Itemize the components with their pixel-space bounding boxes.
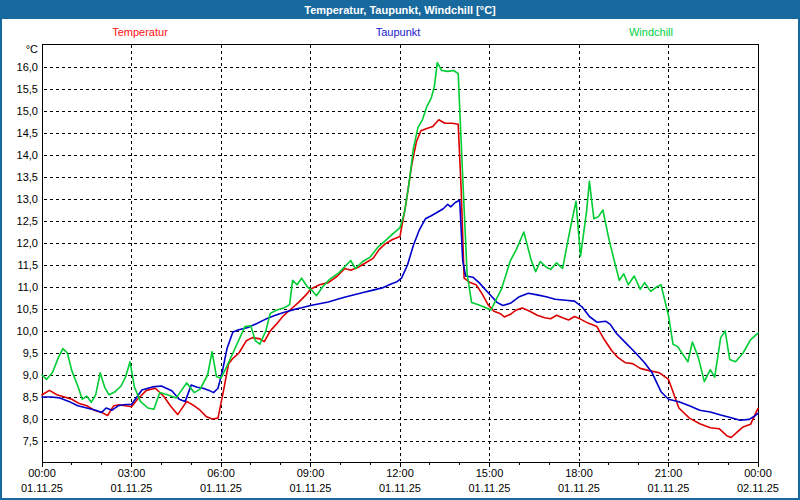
x-tick-time-label: 21:00 bbox=[655, 467, 683, 479]
y-tick-label: 13,0 bbox=[17, 193, 38, 205]
x-tick-time-label: 15:00 bbox=[476, 467, 504, 479]
y-tick-label: 13,5 bbox=[17, 171, 38, 183]
x-tick-date-label: 01.11.25 bbox=[21, 482, 63, 494]
y-tick-label: 16,0 bbox=[17, 61, 38, 73]
y-axis-unit-label: °C bbox=[26, 43, 38, 55]
x-tick-date-label: 01.11.25 bbox=[647, 482, 689, 494]
chart-plot-area: 16,015,515,014,514,013,513,012,512,011,5… bbox=[2, 2, 798, 498]
x-tick-date-label: 01.11.25 bbox=[200, 482, 242, 494]
y-tick-label: 8,5 bbox=[23, 391, 38, 403]
x-tick-time-label: 00:00 bbox=[28, 467, 56, 479]
y-tick-label: 11,0 bbox=[17, 281, 38, 293]
y-tick-label: 9,5 bbox=[23, 347, 38, 359]
y-tick-label: 10,5 bbox=[17, 303, 38, 315]
y-tick-label: 12,5 bbox=[17, 215, 38, 227]
y-tick-label: 9,0 bbox=[23, 369, 38, 381]
x-tick-time-label: 00:00 bbox=[744, 467, 772, 479]
x-tick-date-label: 01.11.25 bbox=[110, 482, 152, 494]
x-tick-time-label: 06:00 bbox=[207, 467, 235, 479]
y-tick-label: 8,0 bbox=[23, 413, 38, 425]
y-tick-label: 14,0 bbox=[17, 149, 38, 161]
y-tick-label: 15,5 bbox=[17, 83, 38, 95]
x-tick-date-label: 01.11.25 bbox=[558, 482, 600, 494]
x-tick-date-label: 01.11.25 bbox=[468, 482, 510, 494]
x-tick-date-label: 02.11.25 bbox=[737, 482, 779, 494]
x-tick-date-label: 01.11.25 bbox=[289, 482, 331, 494]
x-tick-date-label: 01.11.25 bbox=[379, 482, 421, 494]
y-tick-label: 12,0 bbox=[17, 237, 38, 249]
y-tick-label: 14,5 bbox=[17, 127, 38, 139]
y-tick-label: 15,0 bbox=[17, 105, 38, 117]
x-tick-time-label: 09:00 bbox=[297, 467, 325, 479]
y-tick-label: 11,5 bbox=[17, 259, 38, 271]
x-tick-time-label: 18:00 bbox=[565, 467, 593, 479]
x-tick-time-label: 03:00 bbox=[118, 467, 146, 479]
chart-window: Temperatur, Taupunkt, Windchill [°C] Tem… bbox=[0, 0, 800, 500]
y-tick-label: 7,5 bbox=[23, 435, 38, 447]
y-tick-label: 10,0 bbox=[17, 325, 38, 337]
x-tick-time-label: 12:00 bbox=[386, 467, 414, 479]
